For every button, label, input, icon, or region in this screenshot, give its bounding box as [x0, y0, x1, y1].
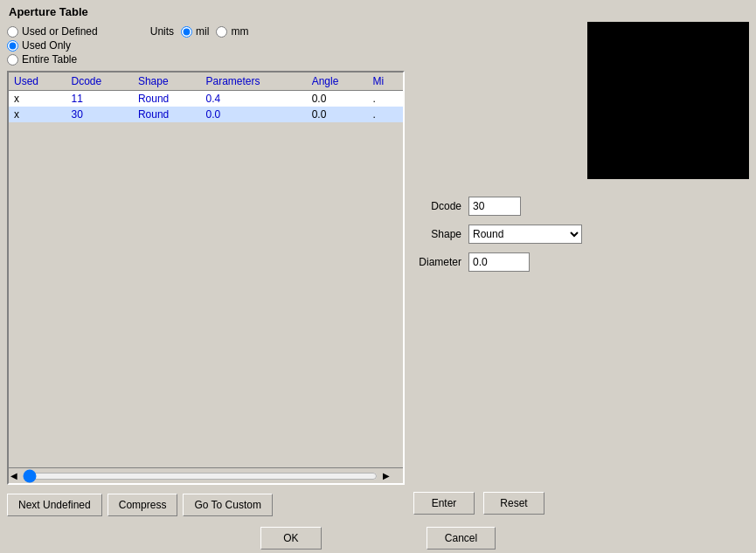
scroll-left-arrow[interactable]: ◀	[9, 471, 19, 480]
aperture-preview	[587, 22, 749, 179]
aperture-table: Used Dcode Shape Parameters Angle Mi x11…	[9, 73, 403, 122]
left-panel: Used or Defined Used Only Entire Table U…	[7, 22, 405, 520]
title-bar: Aperture Table	[0, 0, 756, 22]
reset-button[interactable]: Reset	[483, 492, 544, 515]
table-cell: Round	[133, 91, 201, 107]
aperture-table-container: Used Dcode Shape Parameters Angle Mi x11…	[7, 71, 405, 485]
radio-entire-table-label: Entire Table	[22, 53, 77, 66]
table-row[interactable]: x30Round0.00.0.	[9, 107, 403, 122]
units-mm[interactable]: mm	[216, 25, 248, 38]
units-label: Units	[150, 25, 174, 38]
ok-button[interactable]: OK	[260, 527, 322, 550]
table-scroll-area[interactable]: Used Dcode Shape Parameters Angle Mi x11…	[9, 73, 403, 467]
units-mil[interactable]: mil	[181, 25, 209, 38]
col-dcode: Dcode	[66, 73, 133, 91]
dialog-bottom-buttons: OK Cancel	[0, 520, 756, 553]
units-mil-input[interactable]	[181, 26, 192, 38]
left-bottom-buttons: Next Undefined Compress Go To Custom	[7, 488, 405, 520]
cancel-button[interactable]: Cancel	[427, 527, 496, 550]
table-cell: .	[368, 91, 403, 107]
table-row[interactable]: x11Round0.40.0.	[9, 91, 403, 107]
compress-button[interactable]: Compress	[108, 494, 178, 516]
table-cell: 0.0	[307, 91, 368, 107]
h-scrollbar-input[interactable]	[23, 472, 378, 480]
next-undefined-button[interactable]: Next Undefined	[7, 494, 102, 516]
table-cell: x	[9, 107, 66, 122]
table-header-row: Used Dcode Shape Parameters Angle Mi	[9, 73, 403, 91]
radio-used-or-defined-input[interactable]	[7, 26, 18, 38]
diameter-input[interactable]	[468, 252, 530, 272]
table-cell: 0.0	[307, 107, 368, 122]
table-cell: 11	[66, 91, 133, 107]
diameter-label: Diameter	[413, 256, 461, 268]
units-mm-input[interactable]	[216, 26, 227, 38]
radio-column: Used or Defined Used Only Entire Table	[7, 25, 98, 66]
right-panel: Dcode Shape RoundRectangleOblongPolygonT…	[405, 22, 749, 520]
col-parameters: Parameters	[200, 73, 306, 91]
shape-row: Shape RoundRectangleOblongPolygonThermal	[413, 225, 749, 244]
col-mi: Mi	[368, 73, 403, 91]
radio-used-only-label: Used Only	[22, 39, 71, 52]
shape-label: Shape	[413, 228, 461, 240]
filter-radio-group: Used or Defined Used Only Entire Table U…	[7, 22, 405, 71]
dialog-title: Aperture Table	[9, 5, 88, 18]
radio-used-or-defined-label: Used or Defined	[22, 25, 98, 38]
radio-used-only[interactable]: Used Only	[7, 39, 98, 52]
table-cell: x	[9, 91, 66, 107]
table-cell: .	[368, 107, 403, 122]
col-shape: Shape	[133, 73, 201, 91]
right-bottom-buttons: Enter Reset	[413, 492, 749, 520]
radio-entire-table-input[interactable]	[7, 54, 18, 66]
col-used: Used	[9, 73, 66, 91]
radio-used-only-input[interactable]	[7, 40, 18, 52]
go-to-custom-button[interactable]: Go To Custom	[183, 494, 272, 516]
units-mil-label: mil	[196, 25, 209, 38]
table-cell: Round	[133, 107, 201, 122]
table-cell: 0.0	[200, 107, 306, 122]
dcode-input[interactable]	[468, 197, 521, 216]
horizontal-scrollbar[interactable]: ◀ ▶	[9, 467, 403, 483]
table-cell: 30	[66, 107, 133, 122]
radio-entire-table[interactable]: Entire Table	[7, 53, 98, 66]
col-angle: Angle	[307, 73, 368, 91]
shape-select[interactable]: RoundRectangleOblongPolygonThermal	[468, 225, 582, 244]
diameter-row: Diameter	[413, 252, 749, 272]
units-group: Units mil mm	[150, 25, 249, 38]
dcode-label: Dcode	[413, 200, 461, 212]
units-mm-label: mm	[231, 25, 248, 38]
dialog: Aperture Table Used or Defined Used Only	[0, 0, 756, 553]
scroll-right-arrow[interactable]: ▶	[381, 471, 392, 480]
table-cell: 0.4	[200, 91, 306, 107]
enter-button[interactable]: Enter	[413, 492, 475, 515]
radio-used-or-defined[interactable]: Used or Defined	[7, 25, 98, 38]
dcode-row: Dcode	[413, 197, 749, 216]
